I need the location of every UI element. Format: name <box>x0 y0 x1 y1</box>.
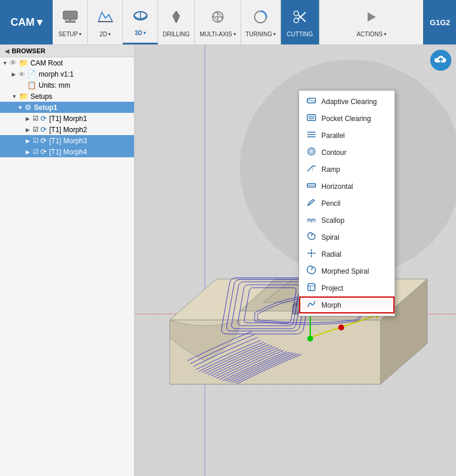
svg-rect-48 <box>309 116 314 119</box>
svg-point-52 <box>308 148 315 155</box>
3d-viewport-svg <box>135 45 456 476</box>
turning-group[interactable]: TURNING ▾ <box>241 0 282 44</box>
setup1-label: Setup1 <box>34 104 57 112</box>
menu-adaptive-clearing[interactable]: Adaptive Clearing <box>299 93 395 110</box>
folder-icon: 📁 <box>19 58 28 67</box>
menu-ramp[interactable]: Ramp <box>299 161 395 178</box>
turning-label: TURNING ▾ <box>246 31 276 37</box>
cloud-icon[interactable] <box>430 50 451 71</box>
svg-marker-18 <box>368 12 376 22</box>
menu-radial[interactable]: Radial <box>299 246 395 263</box>
3d-dropdown-menu: Adaptive Clearing Pocket Clearing Parall… <box>299 90 395 316</box>
morph3-label: [T1] Morph3 <box>49 137 87 145</box>
tree-item-units[interactable]: ▶ 📋 Units: mm <box>0 80 134 91</box>
path-icon: ⟳ <box>40 114 47 123</box>
multiaxis-group[interactable]: MULTI-AXIS ▾ <box>195 0 241 44</box>
svg-rect-63 <box>308 284 315 291</box>
menu-item-label: Adaptive Clearing <box>321 98 377 106</box>
toolbar: CAM ▾ SETUP ▾ 2D ▾ <box>0 0 456 45</box>
adaptive-icon <box>306 96 317 107</box>
svg-rect-1 <box>65 20 76 23</box>
multiaxis-label: MULTI-AXIS ▾ <box>200 31 235 37</box>
menu-item-label: Contour <box>321 149 347 157</box>
morphed-spiral-icon <box>306 265 317 277</box>
morph4-label: [T1] Morph4 <box>49 148 87 156</box>
multiaxis-icon <box>208 8 227 30</box>
menu-contour[interactable]: Contour <box>299 144 395 161</box>
setup-icon: ⚙ <box>25 103 32 112</box>
morph-v1-label: morph v1:1 <box>39 70 74 78</box>
tree-item-morph-v1[interactable]: ▶ 👁 📄 morph v1:1 <box>0 68 134 80</box>
morph2-label: [T1] Morph2 <box>49 126 87 134</box>
cam-menu-button[interactable]: CAM ▾ <box>0 0 53 44</box>
menu-pocket-clearing[interactable]: Pocket Clearing <box>299 110 395 127</box>
menu-item-label: Scallop <box>321 216 344 225</box>
2d-group[interactable]: 2D ▾ <box>88 0 123 44</box>
check-icon: ☑ <box>33 126 39 133</box>
doc-icon: 📋 <box>27 81 36 89</box>
cutting-group[interactable]: CUTTING <box>281 0 319 44</box>
menu-spiral[interactable]: Spiral <box>299 229 395 246</box>
path-icon: ⟳ <box>40 147 47 156</box>
morph1-label: [T1] Morph1 <box>49 115 87 123</box>
menu-project[interactable]: Project <box>299 280 395 296</box>
path-icon: ⟳ <box>40 136 47 145</box>
drilling-group[interactable]: DRILLING <box>158 0 195 44</box>
horizontal-icon <box>306 181 317 192</box>
menu-morph[interactable]: Morph <box>299 296 395 313</box>
tree-item-setup1[interactable]: ▼ ⚙ Setup1 <box>0 102 134 113</box>
tree-item-morph3[interactable]: ▶ ☑ ⟳ [T1] Morph3 <box>0 135 134 146</box>
expand-arrow: ▼ <box>2 60 8 66</box>
actions-group[interactable]: ACTIONS ▾ <box>320 0 424 44</box>
eye-icon: 👁 <box>19 71 25 78</box>
cutting-label: CUTTING <box>287 31 313 37</box>
tree-item-morph1[interactable]: ▶ ☑ ⟳ [T1] Morph1 <box>0 113 134 124</box>
menu-scallop[interactable]: Scallop <box>299 212 395 229</box>
eye-icon: 👁 <box>9 58 17 67</box>
cam-label: CAM <box>11 16 35 29</box>
main-area: ◀ BROWSER ▼ 👁 📁 CAM Root ▶ 👁 📄 morph v1:… <box>0 45 456 476</box>
menu-item-label: Project <box>321 284 343 292</box>
tree-item-morph4[interactable]: ▶ ☑ ⟳ [T1] Morph4 <box>0 146 134 157</box>
pocket-icon <box>306 113 317 124</box>
menu-item-label: Parallel <box>321 132 345 140</box>
menu-item-label: Ramp <box>321 165 340 174</box>
cam-root-label: CAM Root <box>30 59 63 67</box>
viewport[interactable]: Adaptive Clearing Pocket Clearing Parall… <box>135 45 456 476</box>
tree-item-cam-root[interactable]: ▼ 👁 📁 CAM Root <box>0 57 134 68</box>
svg-line-57 <box>313 199 314 201</box>
browser-collapse-arrow[interactable]: ◀ <box>5 48 9 54</box>
3d-label: 3D ▾ <box>135 30 146 36</box>
g1g2-button[interactable]: G1 G2 <box>423 0 456 44</box>
menu-horizontal[interactable]: Horizontal <box>299 178 395 195</box>
3d-group[interactable]: 3D ▾ <box>123 0 158 44</box>
svg-rect-0 <box>63 11 77 19</box>
check-icon: ☑ <box>33 148 39 156</box>
check-icon: ☑ <box>33 137 39 144</box>
menu-pencil[interactable]: Pencil <box>299 195 395 212</box>
svg-point-58 <box>310 252 313 254</box>
drilling-label: DRILLING <box>163 31 190 37</box>
tree-item-setups[interactable]: ▼ 📁 Setups <box>0 91 134 102</box>
radial-icon <box>306 249 317 260</box>
menu-morphed-spiral[interactable]: Morphed Spiral <box>299 263 395 280</box>
setup-group[interactable]: SETUP ▾ <box>53 0 88 44</box>
menu-item-label: Radial <box>321 250 341 258</box>
svg-point-44 <box>307 336 313 342</box>
contour-icon <box>306 147 317 158</box>
menu-parallel[interactable]: Parallel <box>299 127 395 144</box>
browser-title: BROWSER <box>12 47 45 54</box>
menu-item-label: Spiral <box>321 233 340 242</box>
parallel-icon <box>306 130 317 141</box>
doc-icon: 📄 <box>27 70 36 78</box>
menu-item-label: Pocket Clearing <box>321 115 371 123</box>
path-icon: ⟳ <box>40 125 47 134</box>
browser-header: ◀ BROWSER <box>0 45 134 57</box>
3d-icon <box>131 6 150 29</box>
menu-item-label: Morphed Spiral <box>321 267 369 275</box>
folder-icon: 📁 <box>19 92 28 101</box>
tree-item-morph2[interactable]: ▶ ☑ ⟳ [T1] Morph2 <box>0 124 134 135</box>
cutting-icon <box>290 8 309 30</box>
setup-icon <box>61 8 80 30</box>
menu-item-label: Morph <box>321 301 341 309</box>
